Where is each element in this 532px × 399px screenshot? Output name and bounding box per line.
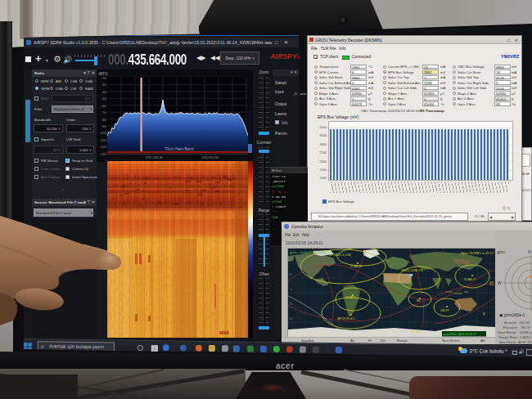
svg-text:W: W <box>498 280 502 285</box>
svg-text:-30: -30 <box>289 303 293 306</box>
svg-text:60: 60 <box>289 258 292 262</box>
svg-text:NOAA 19: NOAA 19 <box>464 278 476 281</box>
svg-text:N: N <box>528 249 531 254</box>
svg-text:30: 30 <box>289 273 292 276</box>
svg-text:GRIZU-263A (TR): GRIZU-263A (TR) <box>401 269 423 272</box>
svg-text:M6: M6 <box>417 299 421 303</box>
svg-text:NOAA 18: NOAA 18 <box>350 265 362 268</box>
svg-text:grizu263a-1 AOS 00:26:17: grizu263a-1 AOS 00:26:17 <box>444 333 476 336</box>
svg-text:NORB1: NORB1 <box>411 330 421 334</box>
svg-text:METEOR-M 2: METEOR-M 2 <box>337 317 354 321</box>
svg-text:XW-2F: XW-2F <box>440 309 449 312</box>
svg-text:Next: NORB1 in 26:17: Next: NORB1 in 26:17 <box>461 251 494 255</box>
svg-text:grizu - Zonguldak, Turkey: grizu - Zonguldak, Turkey <box>290 250 327 254</box>
svg-text:(TISAT 1: (TISAT 1 <box>345 296 356 299</box>
svg-text:70cm Ham Band: 70cm Ham Band <box>165 147 194 151</box>
svg-text:grizu: grizu <box>497 250 505 254</box>
svg-text:NP/SAOC 6 (L30): NP/SAOC 6 (L30) <box>329 253 351 257</box>
svg-text:-60: -60 <box>289 317 293 321</box>
